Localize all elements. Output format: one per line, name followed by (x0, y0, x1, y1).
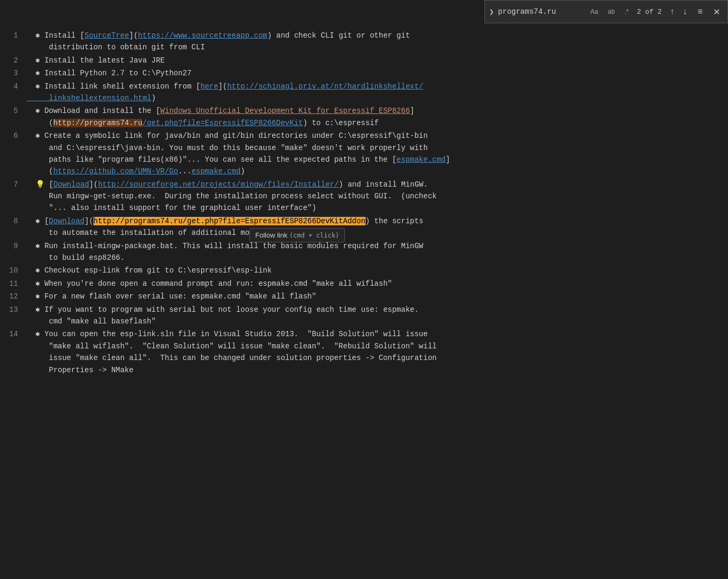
search-menu-button[interactable]: ≡ (695, 6, 706, 17)
line-content-7: 💡 [Download](http://sourceforge.net/proj… (27, 178, 728, 214)
line-content-11: ✱ When you're done open a command prompt… (27, 277, 728, 290)
line-number-14: 14 (0, 327, 27, 340)
line-number-2: 2 (0, 54, 27, 66)
line-7: 7 💡 [Download](http://sourceforge.net/pr… (0, 178, 728, 214)
line-number-3: 3 (0, 66, 27, 79)
line-content-9: ✱ Run install-mingw-package.bat. This wi… (27, 239, 728, 264)
search-count: 2 of 2 (636, 8, 663, 16)
search-next-button[interactable]: ↓ (680, 6, 690, 17)
shellext-url[interactable]: http://schinagl.priv.at/nt/hardlinkshell… (27, 82, 423, 102)
search-prev-button[interactable]: ↑ (667, 6, 678, 17)
search-options: Aa ab .* (587, 6, 632, 17)
line-number-5: 5 (0, 104, 27, 117)
addon-download-link[interactable]: Download (49, 217, 84, 225)
line-content-3: ✱ Install Python 2.7 to C:\Python27 (27, 66, 728, 79)
line-number-10: 10 (0, 264, 27, 276)
programs74-match-2-active: http://programs74.ru/get.php?file=Espres… (93, 217, 365, 225)
whole-word-button[interactable]: ab (604, 6, 618, 17)
github-url[interactable]: https://github.com/UMN-VR/Go (53, 167, 178, 176)
espmake-link-1[interactable]: espmake.cmd (396, 155, 445, 164)
line-content-13: ✱ If you want to program with serial but… (27, 303, 728, 328)
line-content-1: ✱ Install [SourceTree](https://www.sourc… (27, 29, 728, 54)
search-close-button[interactable]: ✕ (710, 6, 723, 18)
line-content-12: ✱ For a new flash over serial use: espma… (27, 290, 728, 302)
line-2: 2 ✱ Install the latest Java JRE (0, 54, 728, 66)
line-number-1: 1 (0, 29, 27, 41)
line-content-6: ✱ Create a symbolic link for java/bin an… (27, 129, 728, 178)
line-9: 9 ✱ Run install-mingw-package.bat. This … (0, 239, 728, 264)
line-number-13: 13 (0, 303, 27, 315)
line-number-12: 12 (0, 290, 27, 302)
sourcetree-url[interactable]: https://www.sourcetreeapp.com (138, 31, 267, 40)
regex-button[interactable]: .* (621, 6, 632, 17)
line-content-10: ✱ Checkout esp-link from git to C:\espre… (27, 264, 728, 276)
line-4: 4 ✱ Install link shell extension from [h… (0, 80, 728, 104)
line-content-8: ✱ [Download](http://programs74.ru/get.ph… (27, 214, 728, 239)
sourcetree-link[interactable]: SourceTree (84, 31, 129, 40)
line-number-7: 7 (0, 178, 27, 190)
line-number-11: 11 (0, 277, 27, 290)
line-13: 13 ✱ If you want to program with serial … (0, 303, 728, 328)
line-8: 8 ✱ [Download](http://programs74.ru/get.… (0, 214, 728, 239)
windevkit-link[interactable]: Windows Unofficial Development Kit for E… (160, 107, 410, 115)
line-number-4: 4 (0, 80, 27, 92)
line-11: 11 ✱ When you're done open a command pro… (0, 277, 728, 290)
line-number-6: 6 (0, 129, 27, 142)
esp8266devkit-url[interactable]: /get.php?file=EspressifESP8266DevKit (142, 119, 302, 127)
line-12: 12 ✱ For a new flash over serial use: es… (0, 290, 728, 302)
search-nav: ↑ ↓ (667, 6, 690, 17)
line-content-4: ✱ Install link shell extension from [her… (27, 80, 728, 104)
line-5: 5 ✱ Download and install the [Windows Un… (0, 104, 728, 129)
line-content-14: ✱ You can open the esp-link.sln file in … (27, 327, 728, 376)
search-bar: ❯ Aa ab .* 2 of 2 ↑ ↓ ≡ ✕ (484, 0, 728, 23)
line-3: 3 ✱ Install Python 2.7 to C:\Python27 (0, 66, 728, 79)
editor-content: 1 ✱ Install [SourceTree](https://www.sou… (0, 0, 728, 381)
line-number-9: 9 (0, 239, 27, 252)
programs74-match-1: http://programs74.ru (53, 119, 142, 127)
line-6: 6 ✱ Create a symbolic link for java/bin … (0, 129, 728, 178)
search-input[interactable] (498, 7, 583, 16)
line-content-5: ✱ Download and install the [Windows Unof… (27, 104, 728, 129)
line-10: 10 ✱ Checkout esp-link from git to C:\es… (0, 264, 728, 276)
espmake-link-2[interactable]: espmake.cmd (192, 167, 240, 176)
mingw-download-link[interactable]: Download (54, 180, 89, 189)
match-case-button[interactable]: Aa (587, 6, 602, 17)
search-expand-icon[interactable]: ❯ (489, 7, 493, 16)
here-link[interactable]: here (201, 82, 219, 91)
line-content-2: ✱ Install the latest Java JRE (27, 54, 728, 66)
line-number-8: 8 (0, 214, 27, 227)
line-14: 14 ✱ You can open the esp-link.sln file … (0, 327, 728, 376)
line-1: 1 ✱ Install [SourceTree](https://www.sou… (0, 29, 728, 54)
mingw-url[interactable]: http://sourceforge.net/projects/mingw/fi… (98, 180, 339, 189)
